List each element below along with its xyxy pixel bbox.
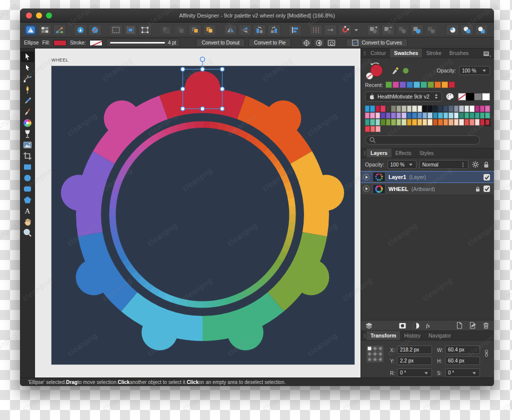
palette-swatch[interactable] (433, 112, 438, 119)
point-transform-tool[interactable] (21, 74, 34, 84)
palette-swatch[interactable] (386, 119, 390, 126)
ellipse-tool[interactable] (21, 172, 34, 183)
stroke-color-swatch[interactable] (90, 40, 102, 46)
palette-swatch[interactable] (412, 112, 416, 119)
affinity-logo-button[interactable] (24, 24, 37, 36)
palette-swatch[interactable] (380, 119, 385, 126)
palette-swatch[interactable] (438, 106, 442, 112)
palette-swatch[interactable] (370, 119, 374, 126)
panel-drag-grip[interactable] (363, 48, 366, 58)
selection-handle[interactable] (220, 107, 224, 111)
pixel-persona-button[interactable] (88, 24, 102, 36)
selection-handle[interactable] (181, 107, 185, 111)
palette-swatch[interactable] (396, 106, 401, 112)
swatches-tab-colour[interactable]: Colour (366, 48, 390, 58)
palette-swatch[interactable] (418, 112, 422, 119)
palette-swatch[interactable] (480, 119, 484, 126)
palette-swatch[interactable] (418, 106, 422, 112)
palette-swatch[interactable] (407, 112, 412, 119)
layer-row-wheel-artboard[interactable]: WHEEL (Artboard) (361, 183, 494, 195)
insert-top-button[interactable] (460, 24, 474, 36)
canvas-viewport[interactable]: WHEEL (35, 48, 360, 378)
rotation-select[interactable]: 0 ° (397, 368, 432, 377)
palette-swatch[interactable] (438, 112, 442, 119)
layers-opacity-select[interactable]: 100 % (388, 160, 416, 169)
artboard[interactable] (52, 66, 354, 364)
transparency-tool[interactable] (21, 128, 34, 139)
layers-stack-icon[interactable] (365, 322, 373, 330)
convert-to-curves-button[interactable]: Convert to Curves (346, 38, 408, 47)
recent-swatch[interactable] (420, 82, 427, 88)
palette-swatch[interactable] (448, 119, 453, 126)
rotate-cw-button[interactable] (268, 24, 280, 36)
recent-swatch[interactable] (392, 82, 399, 88)
swatch-search-input[interactable] (365, 136, 480, 144)
palette-swatch[interactable] (428, 119, 432, 126)
fx-icon[interactable]: fx (426, 322, 430, 328)
layers-tab-effects[interactable]: Effects (392, 148, 416, 158)
palette-swatch[interactable] (418, 119, 422, 126)
palette-swatch[interactable] (376, 126, 380, 132)
order-backward-button[interactable] (174, 24, 187, 36)
link-dimensions-icon[interactable] (483, 350, 490, 357)
palette-swatch[interactable] (470, 112, 474, 119)
new-layer-icon[interactable] (456, 322, 464, 330)
convert-to-pie-button[interactable]: Convert to Pie (248, 38, 291, 47)
marquee-fill-button[interactable] (124, 24, 137, 36)
palette-swatch[interactable] (459, 112, 464, 119)
palette-swatch[interactable] (459, 119, 464, 126)
recent-swatch[interactable] (400, 82, 406, 88)
palette-swatch[interactable] (365, 119, 370, 126)
palette-swatch[interactable] (380, 112, 385, 119)
quick-swatch[interactable] (474, 93, 482, 100)
bool-add-button[interactable] (367, 24, 380, 36)
palette-swatch[interactable] (485, 106, 490, 112)
selection-handle[interactable] (181, 68, 185, 72)
palette-swatch[interactable] (370, 126, 376, 132)
quick-swatch[interactable] (466, 93, 474, 100)
palette-swatch[interactable] (428, 106, 432, 112)
swatches-tab-brushes[interactable]: Brushes (446, 48, 473, 58)
delete-icon[interactable] (482, 322, 490, 330)
palette-swatch-selected[interactable] (485, 119, 490, 126)
palette-swatch[interactable] (444, 106, 448, 112)
palette-swatch[interactable] (412, 119, 416, 126)
layer1-visibility-checkbox[interactable] (484, 174, 490, 180)
stroke-width-slider[interactable] (110, 42, 165, 44)
move-tool[interactable] (21, 52, 34, 62)
palette-swatch[interactable] (428, 112, 432, 119)
wheel-visibility-checkbox[interactable] (484, 186, 490, 192)
recent-swatch[interactable] (406, 82, 413, 88)
palette-swatch[interactable] (480, 106, 484, 112)
palette-swatch[interactable] (454, 119, 458, 126)
palette-swatch[interactable] (380, 106, 385, 112)
palette-swatch[interactable] (480, 112, 484, 119)
expand-caret-icon[interactable] (363, 174, 370, 180)
selection-handle[interactable] (220, 68, 224, 72)
palette-swatch[interactable] (376, 106, 380, 112)
artboard-label[interactable]: WHEEL (52, 58, 68, 62)
recent-swatch[interactable] (386, 82, 392, 88)
selection-handle[interactable] (200, 68, 204, 72)
locked-icon[interactable] (474, 186, 481, 192)
constraints-button[interactable] (53, 24, 66, 36)
magnet-options-caret[interactable] (353, 24, 359, 36)
palette-swatch[interactable] (422, 106, 427, 112)
anchor-selector[interactable] (366, 345, 384, 363)
palette-swatch[interactable] (438, 119, 442, 126)
title-bar[interactable]: Affinity Designer - 9clr palette v2 whee… (20, 8, 494, 22)
convert-to-donut-button[interactable]: Convert to Donut (196, 38, 245, 47)
magnet-button[interactable] (338, 24, 352, 36)
bool-divide-button[interactable] (425, 24, 438, 36)
palette-swatch[interactable] (391, 106, 396, 112)
flip-horizontal-button[interactable] (224, 24, 237, 36)
palette-swatch[interactable] (402, 106, 406, 112)
transform-tab-navigator[interactable]: Navigator (424, 331, 455, 340)
recent-swatch[interactable] (448, 82, 455, 88)
palette-swatch[interactable] (485, 112, 490, 119)
y-input[interactable] (397, 356, 432, 365)
palette-swatch[interactable] (433, 119, 438, 126)
palette-swatch[interactable] (407, 119, 412, 126)
palette-swatch[interactable] (422, 112, 427, 119)
none-swatch[interactable] (458, 93, 466, 100)
